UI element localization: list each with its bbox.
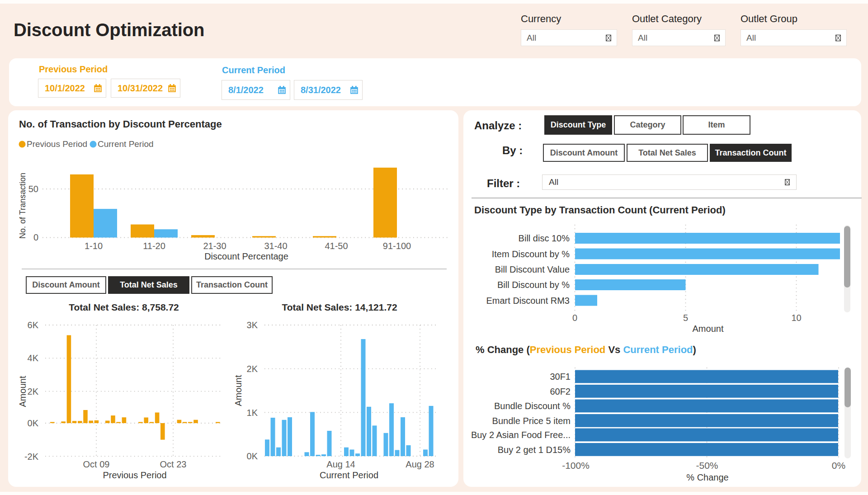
svg-text:11-20: 11-20 [143,241,165,251]
svg-text:1-10: 1-10 [85,241,103,251]
svg-text:Bundle Price 5 item: Bundle Price 5 item [492,416,571,426]
svg-text:Previous Period: Previous Period [27,139,87,149]
svg-text:0K: 0K [28,418,39,428]
svg-text:4K: 4K [28,353,39,363]
svg-text:Amount: Amount [233,375,243,406]
svg-text:Current Period: Current Period [98,139,154,149]
svg-text:Discount Percentage: Discount Percentage [204,251,288,261]
svg-text:1K: 1K [247,408,258,418]
svg-text:Amount: Amount [693,324,724,334]
svg-text:No. of Transaction: No. of Transaction [18,173,27,239]
svg-text:Aug 28: Aug 28 [406,459,434,469]
svg-text:Current Period: Current Period [320,470,378,480]
svg-text:-50%: -50% [696,460,718,471]
svg-text:Oct 09: Oct 09 [83,459,110,469]
svg-text:21-30: 21-30 [203,241,226,251]
svg-text:50: 50 [28,184,38,194]
svg-text:Buy 2 Asian Food Free...: Buy 2 Asian Food Free... [471,430,571,440]
svg-text:91-100: 91-100 [383,241,411,251]
svg-text:41-50: 41-50 [325,241,348,251]
svg-text:Emart Discount RM3: Emart Discount RM3 [486,296,570,306]
svg-text:5: 5 [683,313,688,323]
svg-text:2K: 2K [28,387,39,396]
svg-text:0: 0 [33,232,38,242]
svg-text:-2K: -2K [24,452,39,462]
svg-text:Previous Period: Previous Period [103,470,166,480]
svg-text:Amount: Amount [18,376,28,407]
svg-text:Oct 23: Oct 23 [160,459,187,469]
svg-text:Bill Discount Value: Bill Discount Value [495,264,570,274]
svg-text:% Change: % Change [686,472,728,482]
svg-text:Bill Discount by %: Bill Discount by % [497,280,570,290]
svg-text:Bill disc 10%: Bill disc 10% [519,233,570,243]
svg-text:Bundle Discount %: Bundle Discount % [494,401,571,411]
svg-text:0%: 0% [832,460,845,471]
svg-text:Aug 14: Aug 14 [326,459,355,469]
svg-text:-100%: -100% [562,460,590,471]
svg-text:31-40: 31-40 [264,241,287,251]
svg-text:6K: 6K [28,320,39,330]
svg-text:Item Discount by %: Item Discount by % [492,249,570,259]
svg-text:2K: 2K [247,364,258,374]
svg-text:3K: 3K [247,320,258,330]
svg-text:Buy 2 get 1 D15%: Buy 2 get 1 D15% [498,445,571,455]
svg-text:30F1: 30F1 [550,372,571,382]
svg-text:10: 10 [791,313,801,323]
svg-text:60F2: 60F2 [550,387,571,396]
svg-text:0K: 0K [247,451,258,461]
svg-text:0: 0 [572,313,577,323]
